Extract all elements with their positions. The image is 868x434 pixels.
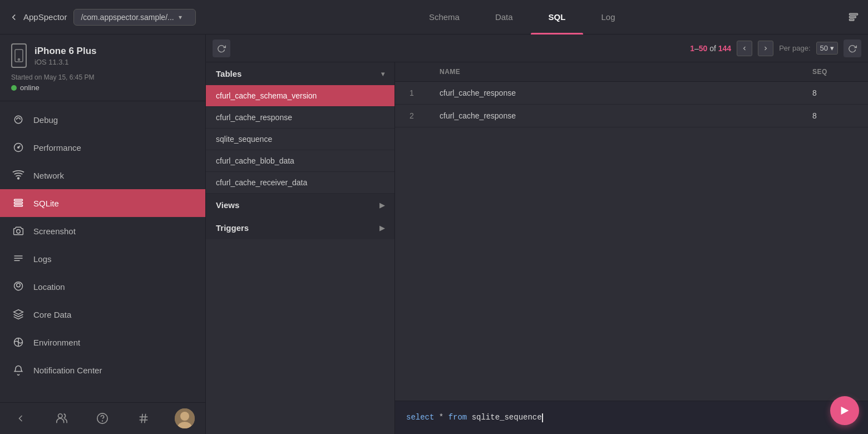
network-label: Network [33, 171, 64, 180]
total-count: 144 [718, 44, 731, 53]
sidebar-item-performance[interactable]: Performance [0, 134, 205, 161]
url-selector[interactable]: /com.appspector.sample/... ▾ [73, 9, 196, 26]
per-page-selector[interactable]: 50 ▾ [816, 42, 838, 55]
refresh-data-button[interactable] [844, 40, 861, 57]
sqlite-icon [12, 197, 24, 209]
sql-cursor [542, 413, 543, 422]
svg-rect-9 [14, 199, 23, 201]
svg-line-24 [142, 414, 143, 423]
db-header: 1–50 of 144 Per page: 50 ▾ [206, 34, 868, 62]
per-page-value: 50 [820, 44, 828, 52]
search-button[interactable] [848, 12, 859, 23]
svg-point-19 [58, 414, 62, 418]
tables-section-header[interactable]: Tables ▾ [206, 62, 394, 85]
table-item-2[interactable]: sqlite_sequence [206, 129, 394, 150]
debug-label: Debug [33, 115, 58, 125]
device-icon [11, 43, 27, 68]
views-section-header[interactable]: Views ▶ [206, 194, 394, 216]
logs-label: Logs [33, 254, 52, 264]
run-query-button[interactable] [830, 396, 859, 425]
range-start: 1 [690, 44, 694, 53]
svg-rect-2 [849, 19, 854, 21]
sidebar-item-environment[interactable]: Environment [0, 328, 205, 356]
nav-list: Debug Performance [0, 101, 205, 402]
data-panel: NAME SEQ 1 cfurl_cache_response 8 2 cfur… [395, 62, 868, 434]
sidebar-item-coredata[interactable]: Core Data [0, 300, 205, 328]
online-badge: online [11, 83, 194, 92]
per-page-chevron: ▾ [830, 44, 834, 52]
cell-seq-1: 8 [801, 111, 868, 120]
svg-point-21 [102, 421, 103, 421]
pagination-range: 1–50 of 144 [690, 44, 731, 53]
triggers-section-header[interactable]: Triggers ▶ [206, 216, 394, 239]
back-button[interactable]: AppSpector [9, 12, 67, 22]
tab-sql[interactable]: SQL [531, 0, 584, 34]
range-end: 50 [699, 44, 708, 53]
location-label: Location [33, 282, 65, 292]
logs-icon [12, 253, 24, 265]
svg-rect-0 [849, 13, 857, 15]
sql-from-keyword: from [448, 413, 467, 422]
collapse-button[interactable] [11, 408, 31, 428]
table-item-0[interactable]: cfurl_cache_schema_version [206, 85, 394, 107]
performance-label: Performance [33, 143, 81, 152]
sql-text: select * from sqlite_sequence [406, 413, 543, 422]
table-name-2: sqlite_sequence [216, 135, 272, 144]
sidebar: iPhone 6 Plus iOS 11.3.1 Started on May … [0, 34, 206, 434]
svg-rect-10 [14, 202, 23, 204]
location-icon [12, 280, 24, 293]
table-item-4[interactable]: cfurl_cache_receiver_data [206, 172, 394, 194]
data-row-0[interactable]: 1 cfurl_cache_response 8 [395, 82, 868, 105]
avatar-button[interactable] [175, 408, 195, 428]
sidebar-item-location[interactable]: Location [0, 273, 205, 300]
sidebar-item-notificationcenter[interactable]: Notification Center [0, 356, 205, 384]
svg-point-5 [14, 116, 22, 123]
views-label: Views [216, 200, 239, 210]
url-text: /com.appspector.sample/... [81, 13, 174, 22]
tab-data[interactable]: Data [477, 0, 531, 34]
help-button[interactable] [92, 408, 112, 428]
prev-page-button[interactable] [737, 41, 752, 56]
sidebar-item-sqlite[interactable]: SQLite [0, 189, 205, 217]
performance-icon [12, 141, 24, 154]
col-header-name: NAME [428, 68, 801, 76]
coredata-icon [12, 308, 24, 320]
cell-num-0: 1 [395, 88, 428, 97]
svg-point-7 [18, 147, 19, 149]
screenshot-label: Screenshot [33, 226, 76, 236]
tab-schema[interactable]: Schema [411, 0, 477, 34]
svg-point-8 [18, 177, 19, 179]
sidebar-item-screenshot[interactable]: Screenshot [0, 217, 205, 245]
sql-select-keyword: select [406, 413, 434, 422]
users-button[interactable] [52, 408, 72, 428]
top-bar: AppSpector /com.appspector.sample/... ▾ … [0, 0, 868, 34]
table-item-3[interactable]: cfurl_cache_blob_data [206, 150, 394, 172]
data-row-1[interactable]: 2 cfurl_cache_response 8 [395, 105, 868, 127]
tab-log[interactable]: Log [583, 0, 633, 34]
network-icon [12, 169, 24, 181]
sql-editor[interactable]: select * from sqlite_sequence [395, 401, 868, 434]
environment-icon [12, 336, 24, 348]
chevron-down-icon: ▾ [179, 13, 182, 21]
cell-seq-0: 8 [801, 88, 868, 97]
table-name-1: cfurl_cache_response [216, 113, 292, 122]
tables-expand-icon: ▾ [381, 70, 384, 78]
sidebar-item-debug[interactable]: Debug [0, 106, 205, 134]
hash-button[interactable] [134, 408, 154, 428]
sidebar-item-logs[interactable]: Logs [0, 245, 205, 273]
environment-label: Environment [33, 338, 80, 347]
sql-table-name: sqlite_sequence [472, 413, 542, 422]
svg-rect-3 [15, 50, 23, 62]
svg-rect-1 [849, 16, 856, 18]
sidebar-item-network[interactable]: Network [0, 161, 205, 189]
refresh-button[interactable] [213, 40, 230, 57]
svg-rect-11 [14, 205, 23, 206]
debug-icon [12, 114, 24, 126]
table-name-4: cfurl_cache_receiver_data [216, 178, 307, 187]
pagination-info: 1–50 of 144 Per page: 50 ▾ [690, 40, 861, 57]
tables-label: Tables [216, 69, 241, 78]
table-item-1[interactable]: cfurl_cache_response [206, 107, 394, 129]
table-name-0: cfurl_cache_schema_version [216, 91, 317, 100]
next-page-button[interactable] [758, 41, 773, 56]
data-table-header: NAME SEQ [395, 62, 868, 82]
